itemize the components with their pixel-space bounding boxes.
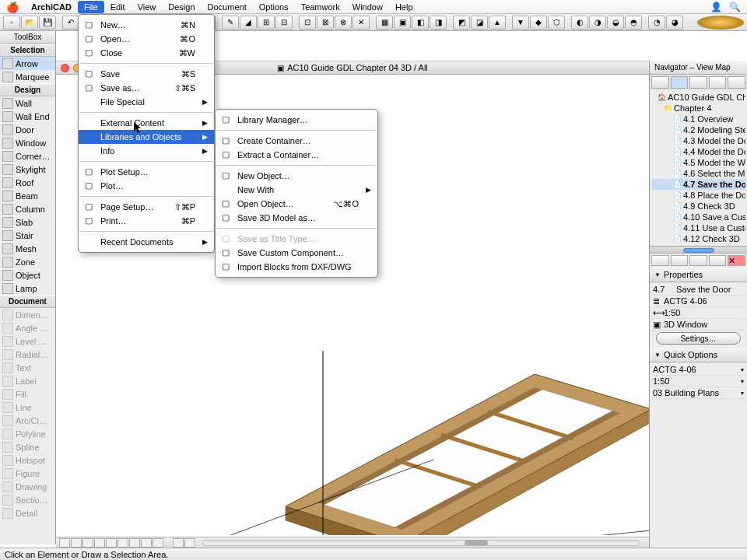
tree-item-4[interactable]: 📄4.5 Model the Window — [651, 157, 745, 168]
tool-text[interactable]: Text — [0, 361, 55, 374]
finder-icon[interactable]: 👤 — [710, 1, 722, 13]
nav-act-4[interactable] — [709, 255, 727, 266]
quick-opt-2[interactable]: 1:50▾ — [651, 376, 745, 387]
tool-corner[interactable]: Corner… — [0, 149, 55, 163]
vb-7[interactable] — [129, 538, 140, 548]
vb-8[interactable] — [141, 538, 152, 548]
tool-marquee[interactable]: Marquee — [0, 70, 55, 83]
tool-o[interactable]: ◨ — [430, 16, 447, 30]
tool-undo[interactable]: ↶ — [62, 16, 79, 30]
tool-n[interactable]: ◧ — [412, 16, 429, 30]
nav-tab-3[interactable] — [689, 76, 707, 89]
tool-slab[interactable]: Slab — [0, 215, 55, 229]
nav-tab-1[interactable] — [651, 76, 669, 89]
tool-sectio[interactable]: Sectio… — [0, 493, 55, 506]
tool-fill[interactable]: Fill — [0, 387, 55, 401]
file-menu-open[interactable]: ▢Open…⌘O — [79, 32, 214, 46]
tool-column[interactable]: Column — [0, 202, 55, 215]
tool-lamp[interactable]: Lamp — [0, 282, 55, 295]
tool-window[interactable]: Window — [0, 136, 55, 149]
nav-tab-4[interactable] — [709, 76, 727, 89]
tool-door[interactable]: Door — [0, 123, 55, 136]
tool-figure[interactable]: Figure — [0, 467, 55, 480]
submenu-librarymanager[interactable]: ▢Library Manager… — [216, 113, 377, 127]
nav-act-3[interactable] — [689, 255, 707, 266]
tool-skylight[interactable]: Skylight — [0, 163, 55, 176]
tool-z2[interactable]: ◕ — [666, 16, 683, 30]
tool-radial[interactable]: Radial… — [0, 348, 55, 361]
tool-e[interactable]: ◢ — [240, 16, 257, 30]
tool-spline[interactable]: Spline — [0, 440, 55, 453]
vb-6[interactable] — [117, 538, 128, 548]
tool-line[interactable]: Line — [0, 401, 55, 414]
submenu-newwith[interactable]: New With▶ — [216, 183, 377, 197]
scrollbar-h[interactable] — [202, 540, 640, 546]
nav-tab-5[interactable] — [728, 76, 745, 89]
tree-item-3[interactable]: 📄4.4 Model the Door P — [651, 146, 745, 157]
tool-s[interactable]: ▼ — [512, 16, 529, 30]
submenu-extractacontainer[interactable]: ▢Extract a Container… — [216, 148, 377, 162]
tool-beam[interactable]: Beam — [0, 189, 55, 202]
tree-item-8[interactable]: 📄4.9 Check 3D — [651, 201, 745, 212]
tree-item-6[interactable]: 📄4.7 Save the Door — [651, 179, 745, 190]
nav-tab-2[interactable] — [671, 76, 689, 89]
tool-p[interactable]: ◩ — [453, 16, 470, 30]
tool-dimen[interactable]: Dimen… — [0, 308, 55, 321]
tool-i[interactable]: ⊠ — [317, 16, 334, 30]
navigator-splitter[interactable] — [650, 246, 747, 254]
menu-options[interactable]: Options — [253, 1, 295, 13]
tool-f[interactable]: ⊞ — [258, 16, 275, 30]
tree-item-10[interactable]: 📄4.11 Use a Custom D — [651, 222, 745, 233]
tree-item-5[interactable]: 📄4.6 Select the Model — [651, 168, 745, 179]
vb-4[interactable] — [94, 538, 105, 548]
tree-item-11[interactable]: 📄4.12 Check 3D — [651, 233, 745, 244]
file-menu-new[interactable]: ▢New…⌘N — [79, 18, 214, 32]
tool-wall[interactable]: Wall — [0, 96, 55, 110]
submenu-newobject[interactable]: ▢New Object… — [216, 169, 377, 183]
menu-file[interactable]: File — [78, 1, 104, 13]
tool-g[interactable]: ⊟ — [275, 16, 293, 30]
file-menu-recentdocuments[interactable]: Recent Documents▶ — [79, 235, 214, 249]
nav-act-delete[interactable]: ✕ — [728, 255, 745, 266]
menu-view[interactable]: View — [132, 1, 163, 13]
file-menu-plotsetup[interactable]: ▢Plot Setup… — [79, 165, 214, 179]
tool-zone[interactable]: Zone — [0, 255, 55, 268]
tool-open[interactable]: 📂 — [21, 16, 38, 30]
tool-label[interactable]: Label — [0, 374, 55, 387]
tool-save[interactable]: 💾 — [39, 16, 56, 30]
tool-l[interactable]: ▦ — [376, 16, 393, 30]
tool-v[interactable]: ◐ — [571, 16, 588, 30]
submenu-createcontainer[interactable]: ▢Create Container… — [216, 134, 377, 148]
quick-opt-3[interactable]: 03 Building Plans▾ — [651, 387, 745, 399]
file-menu-pagesetup[interactable]: ▢Page Setup…⇧⌘P — [79, 200, 214, 214]
menu-teamwork[interactable]: Teamwork — [295, 1, 346, 13]
tree-item-7[interactable]: 📄4.8 Place the Door — [651, 190, 745, 201]
tool-arrow[interactable]: Arrow — [0, 57, 55, 70]
menu-document[interactable]: Document — [202, 1, 253, 13]
tool-h[interactable]: ⊡ — [299, 16, 316, 30]
file-menu-librariesandobjects[interactable]: Libraries and Objects▶ — [79, 130, 214, 144]
vb-11[interactable] — [184, 538, 195, 548]
tree-item-9[interactable]: 📄4.10 Save a Custom D — [651, 212, 745, 222]
vb-10[interactable] — [173, 538, 184, 548]
file-menu-close[interactable]: ▢Close⌘W — [79, 46, 214, 60]
submenu-savedmodelas[interactable]: ▢Save 3D Model as… — [216, 211, 377, 225]
tool-x[interactable]: ◒ — [607, 16, 624, 30]
file-menu-print[interactable]: ▢Print…⌘P — [79, 214, 214, 228]
file-menu-saveas[interactable]: ▢Save as…⇧⌘S — [79, 81, 214, 95]
file-menu-info[interactable]: Info▶ — [79, 144, 214, 158]
vb-3[interactable] — [82, 538, 93, 548]
submenu-savecustomcomponent[interactable]: ▢Save Custom Component… — [216, 246, 377, 260]
tool-level[interactable]: Level … — [0, 334, 55, 348]
tool-r[interactable]: ▲ — [489, 16, 506, 30]
menu-window[interactable]: Window — [346, 1, 389, 13]
tool-z[interactable]: ◔ — [648, 16, 665, 30]
tree-root[interactable]: 🏠AC10 Guide GDL Chapter 04 — [651, 92, 745, 103]
window-close[interactable] — [61, 64, 69, 72]
tool-object[interactable]: Object — [0, 268, 55, 282]
menu-help[interactable]: Help — [389, 1, 419, 13]
tool-m[interactable]: ▣ — [394, 16, 411, 30]
tool-u[interactable]: ⬡ — [548, 16, 565, 30]
file-menu-save[interactable]: ▢Save⌘S — [79, 67, 214, 81]
tool-arcci[interactable]: Arc/Ci… — [0, 414, 55, 427]
